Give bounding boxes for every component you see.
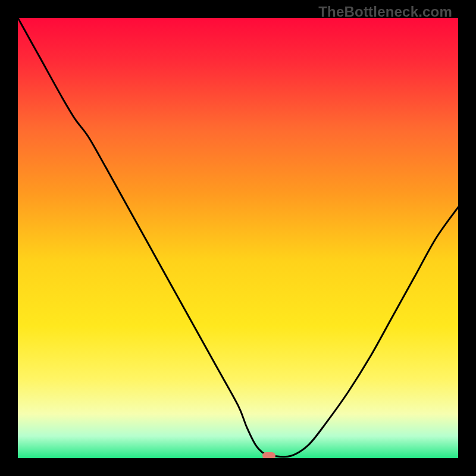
optimal-point-marker xyxy=(262,452,275,458)
chart-frame: TheBottleneck.com xyxy=(0,0,476,476)
plot-area xyxy=(18,18,458,458)
plot-svg xyxy=(18,18,458,458)
gradient-background xyxy=(18,18,458,458)
